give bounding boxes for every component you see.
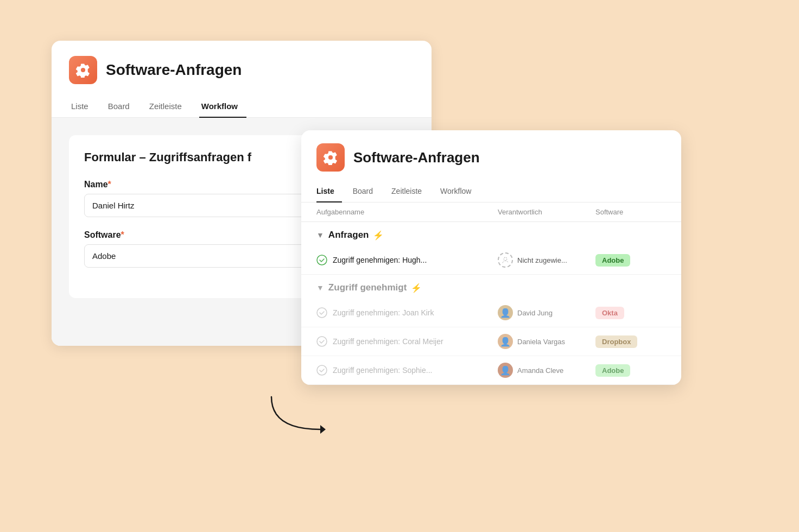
col-header-assignee: Verantwortlich — [498, 208, 595, 216]
task-cell-joan: Zugriff genehmigen: Joan Kirk — [316, 307, 498, 318]
tag-okta: Okta — [595, 307, 624, 319]
list-card-front: Software-Anfragen Liste Board Zeitleiste… — [301, 130, 681, 385]
form-card-tabs: Liste Board Zeitleiste Workflow — [52, 90, 432, 118]
tag-adobe-sophie: Adobe — [595, 364, 630, 377]
svg-marker-0 — [320, 425, 326, 434]
lightning-anfragen: ⚡ — [373, 230, 384, 240]
lightning-genehmigt: ⚡ — [411, 283, 422, 293]
task-cell-hugh: Zugriff genehmigen: Hugh... — [316, 255, 498, 265]
avatar-face-amanda: 👤 — [500, 365, 511, 376]
svg-point-1 — [317, 255, 327, 265]
tag-cell-joan: Okta — [595, 307, 666, 319]
tab-zeitleiste-front[interactable]: Zeitleiste — [391, 182, 429, 202]
tab-board-back[interactable]: Board — [106, 97, 138, 117]
task-name-hugh: Zugriff genehmigen: Hugh... — [333, 256, 427, 264]
check-icon-hugh — [316, 255, 327, 265]
avatar-david: 👤 — [498, 305, 513, 320]
section-genehmigt: ▼ Zugriff genehmigt ⚡ — [301, 275, 681, 299]
check-icon-joan — [316, 307, 327, 318]
tag-cell-sophie: Adobe — [595, 364, 666, 377]
task-name-sophie: Zugriff genehmigen: Sophie... — [333, 366, 432, 375]
section-name-anfragen: Anfragen — [328, 230, 369, 240]
tab-workflow-front[interactable]: Workflow — [440, 182, 479, 202]
task-cell-sophie: Zugriff genehmigen: Sophie... — [316, 365, 498, 376]
tab-workflow-back[interactable]: Workflow — [199, 97, 246, 117]
svg-point-2 — [504, 257, 507, 261]
form-card-title: Software-Anfragen — [106, 61, 242, 79]
svg-point-3 — [317, 308, 327, 318]
task-name-joan: Zugriff genehmigen: Joan Kirk — [333, 308, 434, 317]
assignee-name-joan: David Jung — [517, 309, 553, 317]
tag-cell-coral: Dropbox — [595, 335, 666, 348]
table-row[interactable]: Zugriff genehmigen: Hugh... Nicht zugewi… — [301, 246, 681, 275]
section-arrow-genehmigt: ▼ — [316, 283, 324, 292]
check-icon-coral — [316, 336, 327, 347]
list-card-tabs: Liste Board Zeitleiste Workflow — [301, 176, 681, 202]
assignee-name-sophie: Amanda Cleve — [517, 366, 563, 375]
arrow-connector — [266, 391, 331, 437]
table-row[interactable]: Zugriff genehmigen: Joan Kirk 👤 David Ju… — [301, 299, 681, 327]
col-header-software: Software — [595, 208, 666, 216]
section-arrow-anfragen: ▼ — [316, 231, 324, 239]
table-row[interactable]: Zugriff genehmigen: Sophie... 👤 Amanda C… — [301, 356, 681, 385]
avatar-daniela: 👤 — [498, 334, 513, 349]
tag-adobe-hugh: Adobe — [595, 254, 630, 267]
tag-dropbox: Dropbox — [595, 335, 637, 348]
form-card-header: Software-Anfragen — [52, 41, 432, 84]
avatar-face-david: 👤 — [500, 308, 511, 318]
svg-point-4 — [317, 337, 327, 346]
table-container: Aufgabenname Verantwortlich Software ▼ A… — [301, 202, 681, 385]
tab-board-front[interactable]: Board — [353, 182, 381, 202]
tab-zeitleiste-back[interactable]: Zeitleiste — [147, 97, 191, 117]
app-icon-front — [316, 143, 345, 172]
assignee-cell-sophie: 👤 Amanda Cleve — [498, 363, 595, 378]
assignee-name-hugh: Nicht zugewie... — [517, 256, 567, 264]
list-card-title: Software-Anfragen — [353, 149, 480, 166]
required-star-software: * — [121, 230, 124, 239]
task-cell-coral: Zugriff genehmigen: Coral Meijer — [316, 336, 498, 347]
col-header-task: Aufgabenname — [316, 208, 498, 216]
table-row[interactable]: Zugriff genehmigen: Coral Meijer 👤 Danie… — [301, 327, 681, 356]
app-icon-back — [69, 56, 97, 84]
assignee-name-coral: Daniela Vargas — [517, 338, 565, 346]
check-icon-sophie — [316, 365, 327, 376]
avatar-placeholder-hugh — [498, 252, 513, 268]
assignee-cell-coral: 👤 Daniela Vargas — [498, 334, 595, 349]
task-name-coral: Zugriff genehmigen: Coral Meijer — [333, 337, 443, 346]
section-name-genehmigt: Zugriff genehmigt — [328, 282, 407, 293]
required-star-name: * — [108, 180, 111, 189]
list-card-header: Software-Anfragen — [301, 130, 681, 172]
assignee-cell-hugh: Nicht zugewie... — [498, 252, 595, 268]
avatar-amanda: 👤 — [498, 363, 513, 378]
tag-cell-hugh: Adobe — [595, 254, 666, 267]
avatar-face-daniela: 👤 — [500, 337, 511, 347]
tab-liste-front[interactable]: Liste — [316, 182, 342, 202]
table-header: Aufgabenname Verantwortlich Software — [301, 202, 681, 222]
tab-liste-back[interactable]: Liste — [69, 97, 97, 117]
svg-point-5 — [317, 365, 327, 375]
assignee-cell-joan: 👤 David Jung — [498, 305, 595, 320]
section-anfragen: ▼ Anfragen ⚡ — [301, 222, 681, 246]
